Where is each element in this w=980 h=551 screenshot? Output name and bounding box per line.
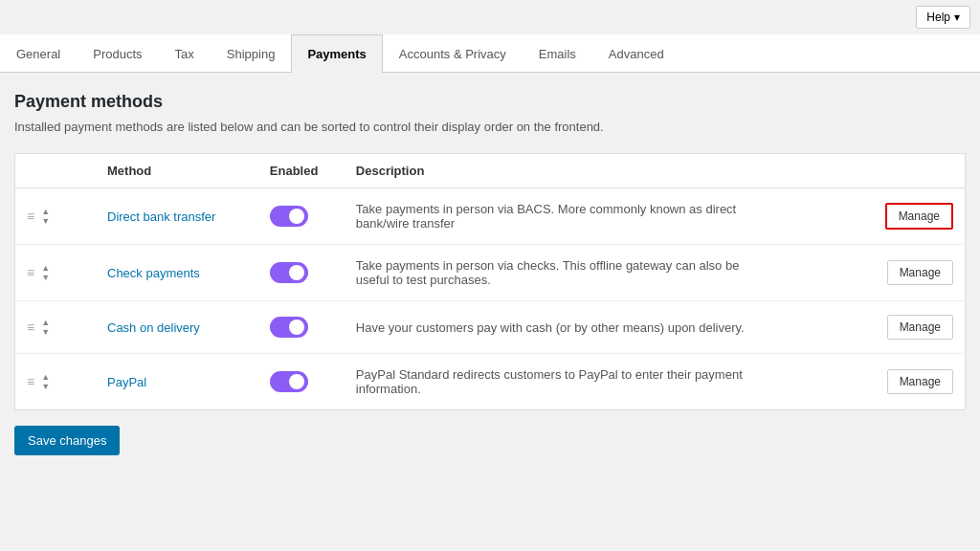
description-direct-bank-transfer: Take payments in person via BACS. More c… [356,202,758,231]
method-link-paypal[interactable]: PayPal [107,375,146,389]
drag-handle[interactable]: ≡ [27,265,33,280]
method-link-cash-on-delivery[interactable]: Cash on delivery [107,320,200,335]
sort-down-arrow[interactable]: ▼ [41,217,50,226]
table-row: ≡ ▲ ▼ Cash on deliveryHave your customer… [15,301,966,354]
col-header-method: Method [96,154,258,188]
table-row: ≡ ▲ ▼ Check paymentsTake payments in per… [15,245,966,301]
manage-button-direct-bank-transfer[interactable]: Manage [885,203,953,230]
col-header-description: Description [345,154,870,188]
description-cash-on-delivery: Have your customers pay with cash (or by… [356,320,758,335]
tab-general[interactable]: General [0,34,77,73]
help-button[interactable]: Help ▾ [916,6,970,29]
top-bar: Help ▾ [0,0,980,34]
col-header-enabled: Enabled [258,154,345,188]
tab-tax[interactable]: Tax [159,34,211,73]
chevron-down-icon: ▾ [954,11,960,24]
sort-up-arrow[interactable]: ▲ [41,264,50,273]
sort-up-arrow[interactable]: ▲ [41,208,50,216]
tab-shipping[interactable]: Shipping [211,34,292,73]
help-label: Help [926,11,950,24]
toggle-check-payments[interactable] [270,262,308,283]
payment-methods-table: Method Enabled Description ≡ ▲ ▼ Direct … [14,153,966,410]
description-check-payments: Take payments in person via checks. This… [356,258,758,287]
content-area: Payment methods Installed payment method… [0,73,980,474]
tabs-container: GeneralProductsTaxShippingPaymentsAccoun… [0,34,980,73]
sort-down-arrow[interactable]: ▼ [41,328,50,337]
tab-emails[interactable]: Emails [523,34,592,73]
tab-products[interactable]: Products [77,34,158,73]
manage-button-paypal[interactable]: Manage [887,369,953,394]
sort-down-arrow[interactable]: ▼ [41,274,50,282]
sort-up-arrow[interactable]: ▲ [41,319,50,327]
drag-handle[interactable]: ≡ [27,320,33,335]
toggle-direct-bank-transfer[interactable] [270,206,308,227]
col-header-action [870,154,966,188]
manage-button-check-payments[interactable]: Manage [887,260,953,285]
sort-up-arrow[interactable]: ▲ [41,373,50,382]
manage-button-cash-on-delivery[interactable]: Manage [887,315,953,340]
drag-handle[interactable]: ≡ [27,374,33,389]
table-row: ≡ ▲ ▼ PayPalPayPal Standard redirects cu… [15,354,966,410]
tab-payments[interactable]: Payments [291,34,382,73]
col-header-drag [15,154,97,188]
toggle-cash-on-delivery[interactable] [270,317,308,338]
drag-handle[interactable]: ≡ [27,209,33,224]
method-link-direct-bank-transfer[interactable]: Direct bank transfer [107,209,215,224]
page-title: Payment methods [14,92,966,112]
page-description: Installed payment methods are listed bel… [14,120,966,134]
tab-advanced[interactable]: Advanced [592,34,680,73]
tab-accounts-privacy[interactable]: Accounts & Privacy [383,34,523,73]
method-link-check-payments[interactable]: Check payments [107,266,200,280]
table-row: ≡ ▲ ▼ Direct bank transferTake payments … [15,188,966,245]
description-paypal: PayPal Standard redirects customers to P… [356,367,758,396]
toggle-paypal[interactable] [270,371,308,392]
save-changes-button[interactable]: Save changes [14,426,120,455]
sort-down-arrow[interactable]: ▼ [41,383,50,391]
